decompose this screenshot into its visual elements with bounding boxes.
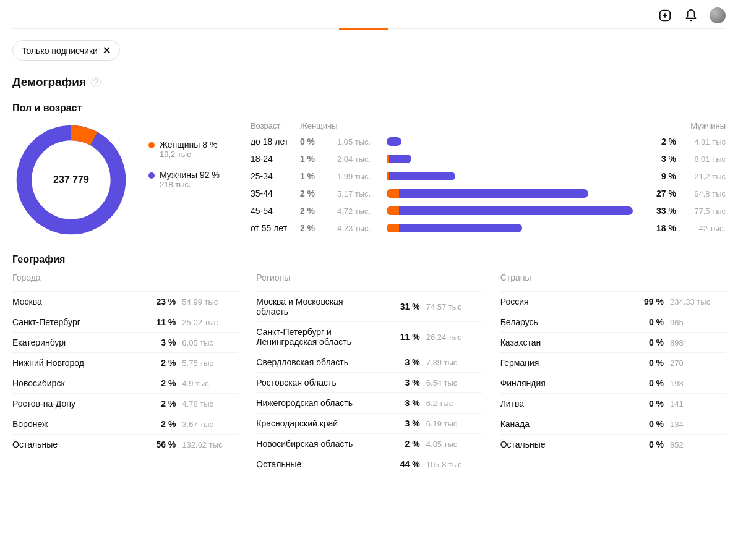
geo-name: Москва и Московская область bbox=[256, 297, 376, 316]
geo-row: Свердловская область3 %7.39 тыс bbox=[256, 352, 481, 372]
men-count: 64,8 тыс bbox=[682, 189, 726, 198]
men-pct: 9 % bbox=[639, 171, 676, 181]
geo-row: Ростовская область3 %6.54 тыс bbox=[256, 372, 481, 392]
geo-name: Новосибирск bbox=[12, 378, 132, 388]
geo-count: 105.8 тыс bbox=[426, 460, 482, 469]
age-row: до 18 лет0 %1,05 тыс.2 %4,81 тыс bbox=[251, 137, 726, 146]
geo-name: Екатеринбург bbox=[12, 337, 132, 347]
geo-count: 965 bbox=[670, 318, 726, 327]
geo-name: Германия bbox=[500, 358, 620, 368]
geo-count: 54.99 тыс bbox=[182, 297, 238, 307]
help-icon[interactable]: ? bbox=[91, 77, 101, 87]
geo-count: 898 bbox=[670, 338, 726, 347]
geo-row: Нижний Новгород2 %5.75 тыс bbox=[12, 352, 238, 373]
geo-pct: 3 % bbox=[383, 378, 420, 388]
geo-row: Екатеринбург3 %6.05 тыс bbox=[12, 332, 238, 352]
geography-title: География bbox=[12, 254, 726, 265]
geo-name: Воронеж bbox=[12, 419, 132, 429]
geo-pct: 11 % bbox=[383, 332, 420, 342]
geo-count: 141 bbox=[670, 399, 726, 409]
legend-men-count: 218 тыс. bbox=[160, 180, 220, 189]
demography-title: Демография ? bbox=[12, 75, 726, 89]
geo-name: Беларусь bbox=[500, 317, 620, 327]
geo-count: 234.33 тыс bbox=[670, 297, 726, 307]
geo-row: Санкт-Петербург и Ленинградская область1… bbox=[256, 321, 481, 352]
geo-name: Санкт-Петербург bbox=[12, 317, 132, 327]
geo-countries: Страны Россия99 %234.33 тысБеларусь0 %96… bbox=[500, 273, 726, 474]
geo-count: 270 bbox=[670, 358, 726, 368]
women-pct: 0 % bbox=[300, 137, 331, 146]
bell-icon[interactable] bbox=[684, 8, 698, 23]
geo-count: 7.39 тыс bbox=[426, 358, 482, 367]
geo-count: 6.19 тыс bbox=[426, 419, 482, 428]
geo-row: Финляндия0 %193 bbox=[500, 373, 726, 393]
geo-name: Казахстан bbox=[500, 337, 620, 347]
geo-pct: 3 % bbox=[383, 418, 420, 428]
geo-count: 6.2 тыс bbox=[426, 399, 482, 408]
men-pct: 27 % bbox=[639, 189, 676, 198]
geo-cities: Города Москва23 %54.99 тысСанкт-Петербур… bbox=[12, 273, 238, 474]
nav-tabs-underline bbox=[12, 28, 726, 29]
women-count: 2,04 тыс. bbox=[337, 155, 380, 164]
men-pct: 33 % bbox=[639, 206, 676, 216]
geo-pct: 0 % bbox=[627, 399, 664, 409]
geo-row: Воронеж2 %3.67 тыс bbox=[12, 414, 238, 434]
age-row: 35-442 %5,17 тыс.27 %64,8 тыс bbox=[251, 189, 726, 198]
geo-row: Санкт-Петербург11 %25.02 тыс bbox=[12, 312, 238, 332]
geo-name: Остальные bbox=[256, 459, 376, 469]
geo-pct: 2 % bbox=[139, 419, 176, 429]
geo-count: 4.78 тыс bbox=[182, 399, 238, 409]
age-bar bbox=[387, 224, 633, 232]
geo-name: Свердловская область bbox=[256, 357, 376, 367]
geo-name: Ростов-на-Дону bbox=[12, 399, 132, 409]
men-count: 42 тыс. bbox=[682, 224, 726, 233]
gender-age-block: 237 779 Женщины 8 % 19,2 тыс. Мужчины 92… bbox=[12, 121, 726, 240]
geo-pct: 0 % bbox=[627, 317, 664, 327]
age-row: 25-341 %1,99 тыс.9 %21,2 тыс bbox=[251, 171, 726, 181]
age-label: 18-24 bbox=[251, 154, 294, 164]
geo-pct: 3 % bbox=[383, 357, 420, 367]
filter-chip[interactable]: Только подписчики ✕ bbox=[12, 40, 120, 61]
add-icon[interactable] bbox=[658, 8, 672, 23]
age-table-head: Возраст Женщины Мужчины bbox=[251, 121, 726, 130]
geo-row: Остальные0 %852 bbox=[500, 434, 726, 454]
geo-pct: 31 % bbox=[383, 302, 420, 312]
legend-women: Женщины 8 % 19,2 тыс. bbox=[148, 140, 220, 159]
geo-pct: 44 % bbox=[383, 459, 420, 469]
geo-row: Россия99 %234.33 тыс bbox=[500, 291, 726, 312]
men-count: 8,01 тыс bbox=[682, 155, 726, 164]
avatar[interactable] bbox=[710, 7, 726, 23]
geo-pct: 3 % bbox=[139, 337, 176, 347]
legend-women-label: Женщины 8 % bbox=[160, 140, 217, 150]
men-pct: 3 % bbox=[639, 154, 676, 164]
countries-title: Страны bbox=[500, 273, 726, 282]
col-women: Женщины bbox=[300, 121, 380, 130]
geo-pct: 0 % bbox=[627, 337, 664, 347]
gender-donut: 237 779 bbox=[12, 121, 130, 239]
geo-row: Нижегородская область3 %6.2 тыс bbox=[256, 392, 481, 413]
age-row: 18-241 %2,04 тыс.3 %8,01 тыс bbox=[251, 154, 726, 164]
geo-pct: 0 % bbox=[627, 419, 664, 429]
cities-title: Города bbox=[12, 273, 238, 282]
geo-pct: 0 % bbox=[627, 439, 664, 449]
geo-grid: Города Москва23 %54.99 тысСанкт-Петербур… bbox=[12, 273, 726, 474]
geo-pct: 11 % bbox=[139, 317, 176, 327]
geo-row: Канада0 %134 bbox=[500, 414, 726, 434]
geo-count: 132.62 тыс bbox=[182, 440, 238, 449]
women-count: 4,23 тыс. bbox=[337, 224, 380, 233]
geo-name: Литва bbox=[500, 399, 620, 409]
geo-row: Новосибирская область2 %4.85 тыс bbox=[256, 433, 481, 454]
close-icon[interactable]: ✕ bbox=[103, 45, 111, 56]
geo-name: Финляндия bbox=[500, 378, 620, 388]
regions-title: Регионы bbox=[256, 273, 481, 282]
geo-count: 852 bbox=[670, 440, 726, 449]
age-bar bbox=[387, 206, 633, 215]
geo-count: 25.02 тыс bbox=[182, 318, 238, 327]
geo-count: 193 bbox=[670, 379, 726, 388]
geo-regions: Регионы Москва и Московская область31 %7… bbox=[256, 273, 481, 474]
men-count: 4,81 тыс bbox=[682, 137, 726, 146]
geo-pct: 0 % bbox=[627, 378, 664, 388]
geo-name: Краснодарский край bbox=[256, 418, 376, 428]
women-pct: 2 % bbox=[300, 206, 331, 216]
geo-pct: 23 % bbox=[139, 297, 176, 307]
